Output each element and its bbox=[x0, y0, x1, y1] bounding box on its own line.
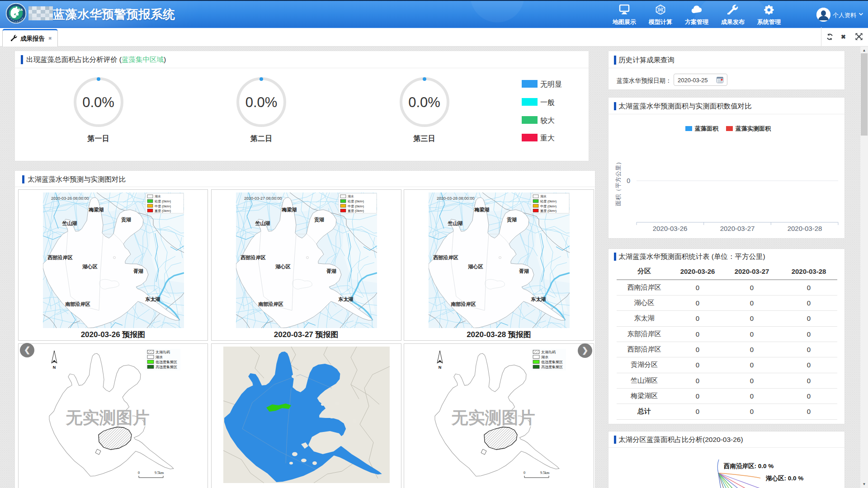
svg-text:西南沿岸区: 0.0 %: 西南沿岸区: 0.0 % bbox=[723, 463, 774, 469]
svg-text:太: 太 bbox=[14, 21, 16, 23]
svg-text:域: 域 bbox=[20, 19, 22, 21]
svg-text:2020-03-27 08:00:00: 2020-03-27 08:00:00 bbox=[244, 196, 282, 201]
svg-text:2020-03-27: 2020-03-27 bbox=[720, 225, 755, 232]
svg-text:湖心区: 0.0 %: 湖心区: 0.0 % bbox=[765, 475, 803, 482]
svg-text:湖: 湖 bbox=[17, 21, 19, 23]
svg-text:部: 部 bbox=[13, 19, 14, 22]
svg-text:蓝藻面积: 蓝藻面积 bbox=[694, 125, 719, 132]
svg-text:蓝藻实测面积: 蓝藻实测面积 bbox=[735, 125, 771, 132]
svg-text:面积（平方公里）: 面积（平方公里） bbox=[615, 159, 622, 206]
svg-text:TBA: TBA bbox=[16, 8, 23, 12]
svg-text:0: 0 bbox=[627, 177, 630, 184]
svg-text:2020-03-28: 2020-03-28 bbox=[788, 225, 822, 232]
svg-text:2020-03-28 08:00:00: 2020-03-28 08:00:00 bbox=[437, 196, 475, 201]
svg-text:2020-03-26: 2020-03-26 bbox=[653, 225, 688, 232]
svg-text:局: 局 bbox=[22, 18, 24, 19]
svg-text:2020-03-26 08:00:00: 2020-03-26 08:00:00 bbox=[51, 196, 89, 201]
